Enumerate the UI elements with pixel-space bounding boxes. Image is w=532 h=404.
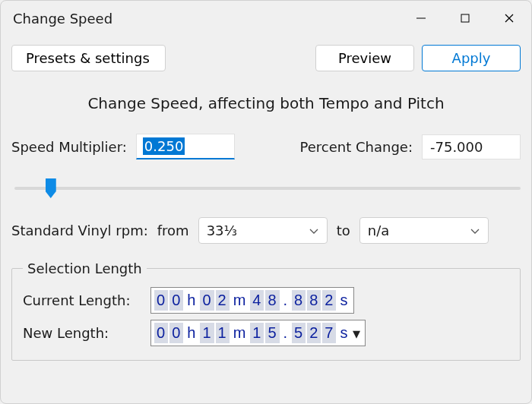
timecode-digit: 1 [216, 323, 230, 343]
action-button-row: Presets & settings Preview Apply [11, 45, 521, 71]
timecode-digit: 8 [292, 290, 306, 311]
close-icon [504, 13, 515, 24]
new-length-label: New Length: [23, 325, 137, 341]
speed-multiplier-label: Speed Multiplier: [11, 139, 127, 155]
preview-button[interactable]: Preview [315, 45, 414, 71]
timecode-unit: h [185, 290, 198, 311]
timecode-digit: 0 [154, 290, 168, 311]
timecode-digit: 2 [322, 290, 336, 311]
chevron-down-icon [309, 223, 319, 238]
speed-multiplier-input[interactable]: 0.250 [136, 134, 235, 159]
timecode-unit: s [337, 290, 350, 311]
vinyl-from-value: 33⅓ [207, 223, 237, 238]
speed-multiplier-value-selected: 0.250 [143, 137, 185, 155]
close-button[interactable] [487, 1, 531, 36]
vinyl-to-value: n/a [368, 223, 390, 238]
apply-button[interactable]: Apply [422, 45, 521, 71]
dialog-content: Presets & settings Preview Apply Change … [1, 36, 531, 373]
vinyl-row: Standard Vinyl rpm: from 33⅓ to n/a [11, 217, 521, 244]
selection-length-legend: Selection Length [23, 260, 147, 276]
dialog-subtitle: Change Speed, affecting both Tempo and P… [11, 94, 521, 112]
current-length-label: Current Length: [23, 292, 137, 308]
titlebar: Change Speed [1, 1, 531, 36]
timecode-digit: 2 [307, 323, 321, 343]
timecode-digit: 0 [169, 290, 183, 311]
timecode-dot: . [281, 290, 291, 311]
window-title: Change Speed [13, 11, 399, 27]
vinyl-rpm-label: Standard Vinyl rpm: [11, 223, 148, 238]
timecode-digit: 5 [292, 323, 306, 343]
speed-row: Speed Multiplier: 0.250 Percent Change: … [11, 134, 521, 159]
speed-slider-wrap [11, 176, 521, 200]
timecode-unit: s [337, 323, 350, 343]
percent-change-input[interactable]: -75.000 [422, 134, 521, 159]
timecode-digit: 2 [216, 290, 230, 311]
svg-rect-1 [461, 14, 469, 22]
timecode-digit: 5 [265, 323, 279, 343]
timecode-unit: m [231, 323, 249, 343]
maximize-icon [460, 13, 470, 24]
current-length-row: Current Length: 00h02m48.882s [23, 287, 509, 314]
selection-length-group: Selection Length Current Length: 00h02m4… [11, 260, 521, 361]
timecode-format-dropdown-icon[interactable]: ▾ [351, 323, 363, 344]
vinyl-to-label: to [337, 223, 350, 238]
new-length-timecode[interactable]: 00h11m15.527s▾ [150, 320, 366, 346]
timecode-digit: 8 [265, 290, 279, 311]
timecode-digit: 0 [169, 323, 183, 343]
vinyl-from-label: from [157, 223, 189, 238]
current-length-timecode[interactable]: 00h02m48.882s [150, 287, 354, 314]
timecode-unit: h [185, 323, 198, 343]
timecode-digit: 8 [307, 290, 321, 311]
new-length-row: New Length: 00h11m15.527s▾ [23, 320, 509, 346]
timecode-digit: 1 [250, 323, 264, 343]
minimize-icon [416, 13, 426, 24]
percent-change-label: Percent Change: [300, 139, 413, 155]
minimize-button[interactable] [399, 1, 443, 36]
presets-settings-button[interactable]: Presets & settings [11, 45, 166, 71]
timecode-digit: 0 [200, 290, 214, 311]
timecode-digit: 0 [154, 323, 168, 343]
speed-slider[interactable] [14, 179, 521, 197]
timecode-digit: 1 [200, 323, 214, 343]
chevron-down-icon [470, 223, 480, 238]
vinyl-from-select[interactable]: 33⅓ [198, 217, 328, 244]
timecode-digit: 7 [322, 323, 336, 343]
timecode-unit: m [231, 290, 249, 311]
vinyl-to-select[interactable]: n/a [359, 217, 489, 244]
maximize-button[interactable] [443, 1, 487, 36]
timecode-digit: 4 [250, 290, 264, 311]
change-speed-dialog: Change Speed Presets & settings Preview … [0, 0, 532, 404]
timecode-dot: . [281, 323, 291, 343]
